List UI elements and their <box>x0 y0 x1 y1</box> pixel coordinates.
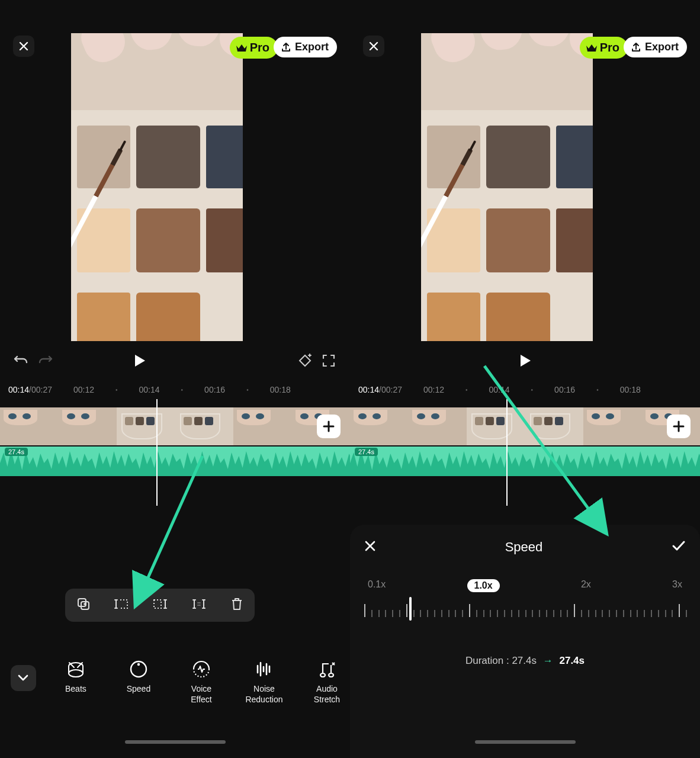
panel-close-button[interactable] <box>364 540 376 554</box>
home-indicator <box>125 740 226 744</box>
dup-icon <box>76 597 91 611</box>
speed-mark-active: 1.0x <box>467 579 500 592</box>
export-button[interactable]: Export <box>274 37 337 57</box>
tool-voice-effect[interactable]: Voice Effect <box>178 659 224 705</box>
tool-label2: Reduction <box>241 695 287 705</box>
close-icon <box>364 540 376 552</box>
tool-label: Audio <box>316 684 338 693</box>
tool-label2: Stretch <box>304 695 350 705</box>
tool-speed[interactable]: Speed <box>115 659 162 695</box>
close-icon <box>369 41 378 51</box>
tool-audio-stretch[interactable]: Audio Stretch <box>304 659 350 705</box>
beats-icon <box>66 659 86 679</box>
add-clip-button[interactable] <box>317 415 341 438</box>
split-right-icon <box>152 598 168 610</box>
slider-knob[interactable] <box>409 597 412 621</box>
time-current: 00:14 <box>358 385 379 394</box>
audio-waveform[interactable] <box>350 447 700 476</box>
tool-label: Noise <box>253 684 275 693</box>
upload-icon <box>631 42 641 53</box>
duration-to: 27.4s <box>559 655 585 666</box>
palette-illustration <box>421 110 593 341</box>
delete-button[interactable] <box>230 597 243 614</box>
time-total: 00:27 <box>381 385 402 394</box>
time-total: 00:27 <box>31 385 52 394</box>
timeline[interactable]: 27.4s <box>0 399 350 518</box>
svg-point-4 <box>137 663 140 666</box>
undo-button[interactable] <box>9 354 33 370</box>
close-icon <box>19 41 28 51</box>
video-preview[interactable] <box>421 33 593 341</box>
trash-icon <box>230 597 243 611</box>
clip-duration-badge: 27.4s <box>5 448 28 456</box>
close-button[interactable] <box>13 36 34 57</box>
split-right-button[interactable] <box>152 598 168 612</box>
play-button[interactable] <box>513 354 537 370</box>
pro-label: Pro <box>250 41 269 54</box>
add-clip-button[interactable] <box>667 415 691 438</box>
plus-icon <box>323 420 335 432</box>
speed-mark: 3x <box>672 579 682 592</box>
duplicate-button[interactable] <box>76 597 91 614</box>
pro-badge[interactable]: Pro <box>580 37 628 59</box>
redo-icon <box>37 354 53 367</box>
ruler-mark: 00:14 <box>139 385 160 394</box>
panel-confirm-button[interactable] <box>672 540 686 554</box>
split-left-button[interactable] <box>114 598 129 612</box>
speed-mark: 0.1x <box>368 579 386 592</box>
ruler-mark: 00:16 <box>204 385 225 394</box>
fullscreen-icon <box>322 354 335 367</box>
export-button[interactable]: Export <box>624 37 687 57</box>
home-indicator <box>475 740 576 744</box>
close-button[interactable] <box>363 36 384 57</box>
keyframe-button[interactable] <box>293 354 317 370</box>
tool-label: Beats <box>65 684 86 693</box>
clip-thumbnails[interactable] <box>0 407 350 445</box>
plus-icon <box>673 420 685 432</box>
panel-title: Speed <box>505 539 543 555</box>
playhead[interactable] <box>506 399 508 506</box>
timeline[interactable]: 27.4s <box>350 399 700 518</box>
redo-button[interactable] <box>33 354 57 370</box>
split-out-button[interactable] <box>191 598 207 612</box>
speed-slider[interactable]: 0.1x 1.0x 2x 3x <box>364 579 686 627</box>
tool-beats[interactable]: Beats <box>53 659 99 695</box>
crown-icon <box>236 43 248 53</box>
export-label: Export <box>295 41 329 53</box>
play-button[interactable] <box>128 354 152 370</box>
play-icon <box>133 354 146 368</box>
svg-point-2 <box>69 670 83 677</box>
split-out-icon <box>191 598 207 610</box>
chevron-down-icon <box>18 675 28 682</box>
upload-icon <box>281 42 291 53</box>
tool-label: Speed <box>127 684 150 693</box>
tool-label: Voice <box>191 684 211 693</box>
undo-icon <box>14 354 29 367</box>
speed-panel: Speed 0.1x 1.0x 2x 3x Duration : 27.4s → <box>350 525 700 758</box>
pro-label: Pro <box>600 41 619 54</box>
video-preview[interactable] <box>71 33 243 341</box>
arrow-right-icon: → <box>543 655 553 666</box>
check-icon <box>672 540 686 552</box>
ruler-mark: 00:16 <box>554 385 575 394</box>
crown-icon <box>586 43 598 53</box>
clip-thumbnails[interactable] <box>350 407 700 445</box>
ruler-mark: 00:18 <box>620 385 641 394</box>
ruler-mark: 00:12 <box>423 385 444 394</box>
ruler-mark: 00:14 <box>489 385 510 394</box>
tool-label2: Effect <box>178 695 224 705</box>
time-ruler[interactable]: 00:14/00:27 00:12 • 00:14 • 00:16 • 00:1… <box>350 380 700 399</box>
playhead[interactable] <box>156 399 158 506</box>
audio-waveform[interactable] <box>0 447 350 476</box>
stretch-icon <box>317 659 337 679</box>
fullscreen-button[interactable] <box>317 354 341 370</box>
time-ruler[interactable]: 00:14/00:27 00:12 • 00:14 • 00:16 • 00:1… <box>0 380 350 399</box>
split-left-icon <box>114 598 129 610</box>
collapse-button[interactable] <box>11 665 36 691</box>
pro-badge[interactable]: Pro <box>230 37 278 59</box>
ruler-mark: 00:12 <box>73 385 94 394</box>
speed-mark: 2x <box>581 579 591 592</box>
duration-readout: Duration : 27.4s → 27.4s <box>364 655 686 667</box>
palette-illustration <box>71 110 243 341</box>
tool-noise-reduction[interactable]: Noise Reduction <box>241 659 287 705</box>
